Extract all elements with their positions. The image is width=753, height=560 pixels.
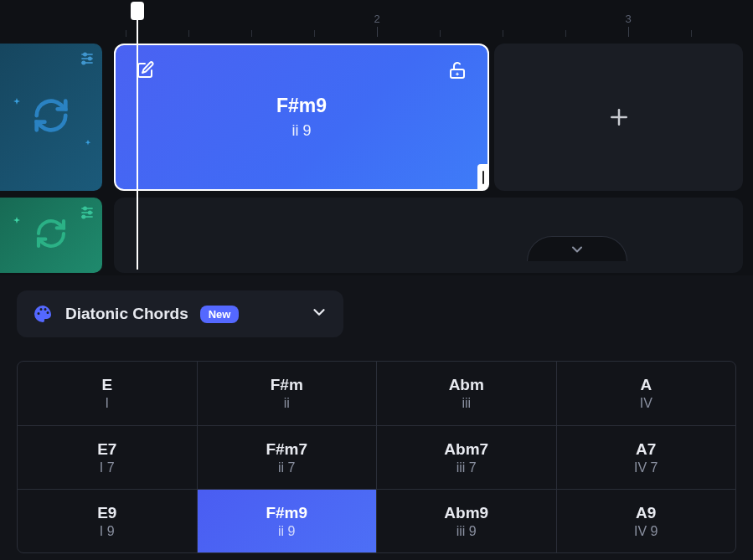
chord-cell[interactable]: F#mii <box>197 362 377 425</box>
chord-cell-degree: ii <box>284 396 290 411</box>
chord-cell-name: F#m7 <box>266 440 307 459</box>
panel-title: Diatonic Chords <box>65 305 188 323</box>
chord-cell-degree: I 9 <box>100 524 115 539</box>
empty-slot[interactable] <box>114 198 743 273</box>
chord-cell-name: Abm7 <box>444 440 488 459</box>
playhead-handle[interactable] <box>131 2 144 20</box>
chord-cell-name: A9 <box>636 504 656 522</box>
ruler-marker: 2 <box>374 13 379 25</box>
chord-cell-name: F#m <box>271 376 303 394</box>
svg-point-12 <box>89 211 91 213</box>
track-header-chords[interactable] <box>0 44 102 191</box>
sliders-icon[interactable] <box>79 204 95 224</box>
svg-point-3 <box>89 57 91 59</box>
new-badge: New <box>200 306 240 323</box>
chord-cell[interactable]: Abmiii <box>376 362 556 425</box>
chord-name: F#m9 <box>276 95 327 117</box>
chord-degree: ii 9 <box>291 122 311 140</box>
chord-cell-degree: iii <box>462 396 471 411</box>
chord-cell-degree: IV <box>640 396 652 411</box>
swap-icon[interactable] <box>34 217 68 254</box>
ruler-marker: 3 <box>625 13 631 25</box>
sparkle-icon <box>12 214 22 229</box>
chord-cell[interactable]: A9IV 9 <box>556 490 736 552</box>
chord-cell[interactable]: AIV <box>556 362 736 425</box>
svg-point-1 <box>84 53 86 55</box>
unlock-sparkle-icon[interactable] <box>447 60 467 84</box>
chord-cell-degree: IV 7 <box>634 460 658 475</box>
chord-cell-name: A7 <box>636 440 656 459</box>
chord-cell-degree: iii 9 <box>456 524 477 539</box>
sparkle-icon <box>84 136 92 151</box>
chord-picker-panel: Diatonic Chords New EIF#miiAbmiiiAIVE7I … <box>0 275 753 560</box>
chord-cell-name: E <box>101 376 112 394</box>
chord-cell-name: A <box>640 376 652 394</box>
expand-panel-notch[interactable] <box>527 236 627 261</box>
chord-cell-name: E9 <box>97 504 116 522</box>
chord-cell[interactable]: Abm7iii 7 <box>376 426 556 489</box>
chord-cell[interactable]: F#m7ii 7 <box>197 426 377 489</box>
sparkle-icon <box>12 95 22 110</box>
svg-point-14 <box>82 215 85 218</box>
chord-cell[interactable]: A7IV 7 <box>556 426 736 489</box>
chord-cell[interactable]: E9I 9 <box>18 490 197 552</box>
chord-cell-name: F#m9 <box>266 504 307 522</box>
chord-cell-degree: ii 7 <box>278 460 295 475</box>
chord-cell-degree: I <box>106 396 109 411</box>
chord-cell[interactable]: E7I 7 <box>18 426 197 489</box>
chord-block-selected[interactable]: F#m9 ii 9 <box>114 44 489 191</box>
resize-handle[interactable] <box>477 164 489 191</box>
svg-point-5 <box>82 61 85 64</box>
chord-cell[interactable]: EI <box>18 362 197 425</box>
chevron-down-icon <box>310 303 328 325</box>
add-chord-slot[interactable] <box>494 44 743 191</box>
palette-icon <box>32 303 54 325</box>
chord-mode-selector[interactable]: Diatonic Chords New <box>17 290 343 337</box>
chord-cell[interactable]: F#m9ii 9 <box>197 490 377 552</box>
playhead-line <box>137 18 138 270</box>
chord-cell-degree: iii 7 <box>456 460 477 475</box>
sliders-icon[interactable] <box>79 50 95 70</box>
chord-cell-degree: I 7 <box>100 460 115 475</box>
chord-cell-name: E7 <box>97 440 116 459</box>
chord-cell-degree: IV 9 <box>634 524 658 539</box>
edit-icon[interactable] <box>136 60 156 84</box>
svg-point-10 <box>84 207 86 209</box>
chord-cell-name: Abm9 <box>444 504 488 522</box>
chord-cell-degree: ii 9 <box>278 524 295 539</box>
chord-cell[interactable]: Abm9iii 9 <box>376 490 556 552</box>
chord-grid: EIF#miiAbmiiiAIVE7I 7F#m7ii 7Abm7iii 7A7… <box>17 361 736 553</box>
timeline-ruler[interactable]: 2 3 <box>0 0 753 37</box>
chord-cell-name: Abm <box>449 376 484 394</box>
swap-icon[interactable] <box>32 96 70 138</box>
plus-icon <box>606 105 632 130</box>
track-header-melody[interactable] <box>0 198 102 273</box>
chevron-down-icon <box>569 241 585 258</box>
